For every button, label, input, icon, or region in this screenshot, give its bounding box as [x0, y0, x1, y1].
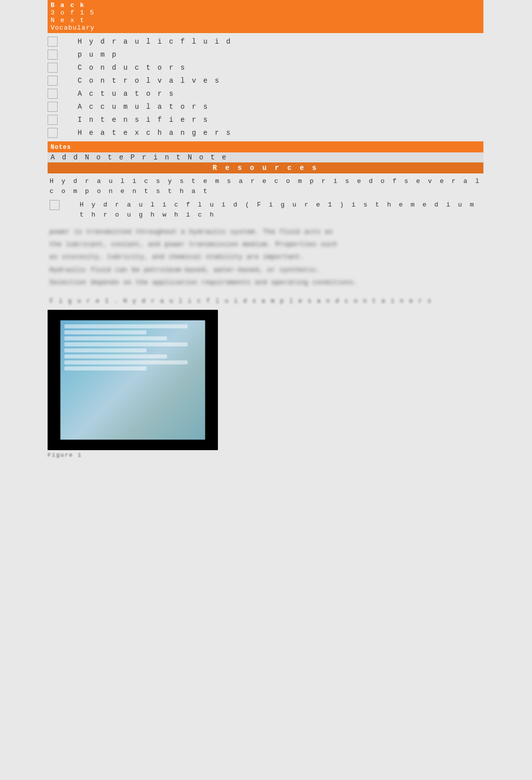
next-button[interactable]: N e x t	[48, 17, 483, 24]
vocab-item: I n t e n s i f i e r s	[48, 113, 483, 126]
image-caption: F i g u r e 1 . H y d r a u l i c f l u …	[48, 296, 483, 307]
vocab-bullet-icon	[48, 128, 58, 138]
image-bottom-caption: Figure 1	[48, 452, 532, 458]
vocab-item: p u m p	[48, 48, 483, 61]
vocab-item: C o n d u c t o r s	[48, 61, 483, 74]
main-content-text: H y d r a u l i c s y s t e m s a r e c …	[50, 176, 481, 196]
vocab-item: H e a t e x c h a n g e r s	[48, 126, 483, 139]
img-line-4	[65, 342, 188, 346]
add-note-row[interactable]: A d d N o t e P r i n t N o t e	[48, 152, 483, 162]
content-area: H y d r a u l i c s y s t e m s a r e c …	[48, 173, 483, 223]
blurred-line-2: the lubricant, coolant, and power transm…	[50, 240, 481, 250]
back-button[interactable]: B a c k	[48, 0, 483, 9]
blurred-line-3: as viscosity, lubricity, and chemical st…	[50, 253, 481, 262]
notes-label: Notes	[51, 144, 71, 151]
content-item-1: H y d r a u l i c f l u i d ( F i g u r …	[50, 200, 481, 220]
img-line-3	[65, 336, 167, 340]
blurred-line-4: Hydraulic fluid can be petroleum-based, …	[50, 266, 481, 275]
img-line-1	[65, 324, 188, 328]
vocab-item: C o n t r o l v a l v e s	[48, 74, 483, 87]
bullet-icon	[50, 200, 60, 210]
vocab-item-label: H e a t e x c h a n g e r s	[78, 129, 232, 137]
vocab-bullet-icon	[48, 37, 58, 47]
vocab-bullet-icon	[48, 89, 58, 99]
figure-1-image	[48, 310, 218, 450]
vocab-bullet-icon	[48, 76, 58, 86]
vocab-item-label: p u m p	[78, 51, 118, 59]
vocab-item-label: H y d r a u l i c f l u i d	[78, 38, 232, 46]
vocab-item: H y d r a u l i c f l u i d	[48, 35, 483, 48]
img-line-7	[65, 360, 188, 364]
vocab-item: A c c u m u l a t o r s	[48, 100, 483, 113]
image-inner	[61, 320, 205, 440]
blurred-content: power is transmitted throughout a hydrau…	[48, 223, 483, 296]
vocab-item-label: A c t u a t o r s	[78, 90, 175, 98]
resources-label: R e s o u r c e s	[213, 164, 319, 172]
notes-bar: Notes	[48, 141, 483, 152]
blurred-line-5: Selection depends on the application req…	[50, 278, 481, 288]
vocab-bullet-icon	[48, 115, 58, 125]
img-line-8	[65, 366, 147, 370]
vocab-bullet-icon	[48, 63, 58, 73]
vocabulary-list: H y d r a u l i c f l u i dp u m pC o n …	[48, 35, 483, 139]
img-line-5	[65, 348, 147, 352]
vocabulary-label: Vocabulary	[48, 24, 483, 33]
vocab-bullet-icon	[48, 102, 58, 112]
toolbar: B a c k 3 o f 1 5 N e x t Vocabulary	[48, 0, 483, 33]
vocab-item: A c t u a t o r s	[48, 87, 483, 100]
vocab-item-label: I n t e n s i f i e r s	[78, 116, 209, 124]
img-line-2	[65, 330, 147, 334]
vocab-item-label: A c c u m u l a t o r s	[78, 103, 209, 111]
bullet-text-1: H y d r a u l i c f l u i d ( F i g u r …	[80, 200, 481, 220]
vocab-item-label: C o n t r o l v a l v e s	[78, 77, 220, 85]
resources-bar: R e s o u r c e s	[48, 162, 483, 173]
blurred-line-1: power is transmitted throughout a hydrau…	[50, 228, 481, 237]
page-indicator: 3 o f 1 5	[48, 9, 483, 17]
vocab-bullet-icon	[48, 50, 58, 60]
vocab-item-label: C o n d u c t o r s	[78, 64, 186, 72]
page-container: B a c k 3 o f 1 5 N e x t Vocabulary H y…	[0, 0, 532, 780]
img-line-6	[65, 354, 167, 358]
add-note-label[interactable]: A d d N o t e P r i n t N o t e	[51, 153, 227, 161]
